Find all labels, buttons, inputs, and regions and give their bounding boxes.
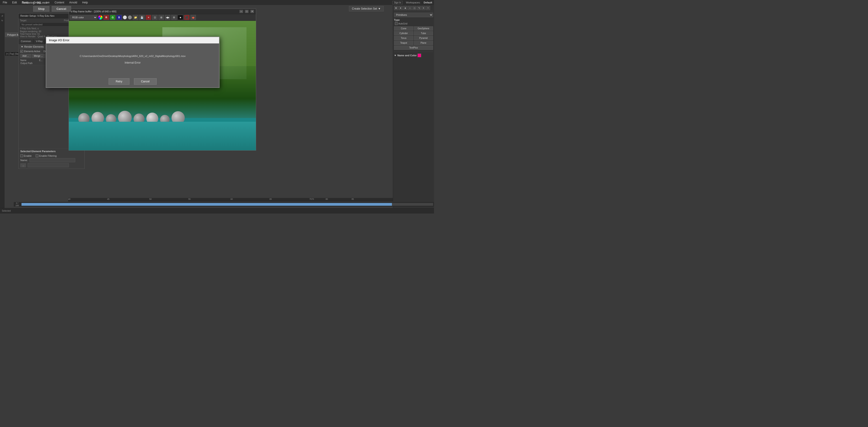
auto-grid-checkbox[interactable]: [395, 22, 398, 25]
enable-filtering-checkbox[interactable]: [36, 154, 38, 157]
tab-vray[interactable]: V-Ray: [34, 39, 45, 44]
enable-filtering-row[interactable]: Enable Filtering: [36, 154, 57, 157]
col-output-path: Output Path: [20, 62, 39, 64]
type-btn-tube[interactable]: Tube: [414, 31, 433, 35]
error-dialog: Image I/O Error C:\Users\andre\OneDrive\…: [46, 37, 219, 88]
layers-btn[interactable]: ⊞: [158, 15, 164, 20]
type-btn-plane[interactable]: Plane: [414, 41, 433, 45]
create-selection-set-button[interactable]: Create Selection Set ▼: [349, 6, 384, 11]
retry-button[interactable]: Retry: [108, 78, 129, 85]
col-name: Name: [20, 59, 39, 62]
elements-active-checkbox[interactable]: [20, 50, 23, 53]
enable-checkbox-row[interactable]: Enable: [20, 154, 32, 157]
timeline-bar[interactable]: 0 / 100: [14, 202, 434, 207]
menu-arnold[interactable]: Arnold: [68, 0, 78, 5]
rp-btn-1[interactable]: ⊞: [394, 6, 398, 10]
color-mode-dropdown[interactable]: RGB color: [70, 15, 97, 20]
sidebar-icon-undo[interactable]: ↺: [0, 14, 4, 18]
rp-btn-8[interactable]: +: [426, 6, 430, 10]
name-input[interactable]: [30, 158, 75, 162]
window-controls: – □ ✕: [240, 10, 254, 13]
b-channel-btn[interactable]: B: [116, 15, 122, 20]
type-btn-textplus[interactable]: TextPlus: [394, 46, 433, 50]
dialog-cancel-button[interactable]: Cancel: [134, 78, 157, 85]
menu-edit[interactable]: Edit: [11, 0, 18, 5]
restore-btn[interactable]: □: [245, 10, 249, 13]
view-to-render-label: View to Render:: [20, 35, 36, 38]
enable-checkbox[interactable]: [20, 154, 23, 157]
tl-label-85: 85: [352, 198, 354, 200]
left-sidebar: ↺ ↻: [0, 13, 5, 214]
workspaces-value[interactable]: Default: [424, 1, 432, 4]
timeline-track[interactable]: [22, 203, 433, 206]
workspaces-label: Workspaces:: [406, 1, 420, 4]
auto-grid-label-row[interactable]: AutoGrid: [395, 22, 432, 25]
sign-in-btn[interactable]: Sign In: [392, 1, 403, 4]
total-frame-time: Total frame time: 61: [20, 33, 40, 35]
save-file-btn[interactable]: 💾: [139, 15, 145, 20]
color-swatch[interactable]: [417, 54, 421, 57]
region-rendering: Region rendering: 60: [20, 30, 41, 33]
tl-label-50: 50: [149, 198, 152, 200]
r-channel-btn[interactable]: R: [103, 15, 109, 20]
teapot-btn[interactable]: 🫖: [190, 15, 196, 20]
create-selection-set-area: Create Selection Set ▼: [349, 6, 384, 11]
type-btn-torus[interactable]: Torus: [394, 36, 413, 40]
menu-content[interactable]: Content: [54, 0, 65, 5]
chevron-down-icon: ▼: [378, 7, 381, 10]
minimize-btn[interactable]: –: [240, 10, 243, 13]
teal-band: [69, 122, 256, 150]
tl-label-75: 75: [309, 198, 312, 200]
type-btn-cone[interactable]: Cone: [394, 26, 413, 31]
name-color-header: ▼ Name and Color: [394, 53, 433, 58]
output-path-input[interactable]: [28, 163, 69, 167]
dialog-buttons: Retry Cancel: [46, 76, 219, 87]
rp-btn-4[interactable]: ⟐: [408, 6, 412, 10]
type-btn-pyramid[interactable]: Pyramid: [414, 36, 433, 40]
rp-btn-6[interactable]: ◹: [417, 6, 421, 10]
name-color-label: Name and Color: [397, 54, 416, 57]
history-btn[interactable]: ◀▶: [165, 15, 170, 20]
rendering-title: Rendering - 001.mov: [22, 1, 47, 4]
menu-file[interactable]: File: [2, 0, 8, 5]
stop-button[interactable]: Stop: [33, 6, 50, 12]
type-btn-geosphere[interactable]: GeoSphere: [414, 26, 433, 31]
open-file-btn[interactable]: 📁: [133, 15, 138, 20]
add-element-button[interactable]: Add ...: [20, 54, 31, 58]
target-label: Target:: [20, 19, 27, 22]
viewport-top-text: [+] [Top] [Stan: [6, 53, 20, 55]
rp-btn-5[interactable]: ◻: [412, 6, 416, 10]
compare-btn[interactable]: ⊡: [152, 15, 158, 20]
g-channel-btn[interactable]: G: [110, 15, 116, 20]
timeline-position: 0 / 100: [14, 202, 21, 207]
type-row: Type: [394, 18, 433, 22]
collapse-icon: ▼: [21, 45, 23, 48]
stop-render-btn[interactable]: ⬛: [184, 15, 190, 20]
sidebar-icon-redo[interactable]: ↻: [0, 19, 4, 22]
rp-btn-2[interactable]: ●: [399, 6, 403, 10]
tl-label-70: 70: [312, 198, 314, 200]
color-wheel-btn[interactable]: [98, 15, 103, 20]
black-btn[interactable]: ■: [178, 15, 183, 20]
dot-browse-button[interactable]: ...: [20, 163, 26, 167]
tab-common[interactable]: Common: [19, 39, 34, 44]
clear-btn[interactable]: ✕: [146, 15, 151, 20]
type-btn-cylinder[interactable]: Cylinder: [394, 31, 413, 35]
settings-btn[interactable]: ⚙: [171, 15, 177, 20]
rp-btn-7[interactable]: ≡: [422, 6, 426, 10]
tl-label-65: 65: [269, 198, 272, 200]
tl-label-80: 80: [326, 198, 328, 200]
gray-circle-btn[interactable]: [128, 15, 132, 20]
menu-help[interactable]: Help: [81, 0, 89, 5]
auto-grid-label: AutoGrid: [398, 22, 407, 25]
cancel-button[interactable]: Cancel: [52, 6, 71, 12]
create-selection-set-label: Create Selection Set: [352, 7, 377, 10]
rp-btn-3[interactable]: ◈: [403, 6, 407, 10]
tl-label-0: 40: [68, 198, 70, 200]
tl-label-45: 45: [107, 198, 109, 200]
merge-element-button[interactable]: Merge ...: [32, 54, 45, 58]
close-btn[interactable]: ✕: [250, 10, 254, 13]
white-circle-btn[interactable]: [123, 15, 127, 20]
type-btn-teapot[interactable]: Teapot: [394, 41, 413, 45]
primitives-dropdown[interactable]: Primitives: [394, 12, 433, 17]
